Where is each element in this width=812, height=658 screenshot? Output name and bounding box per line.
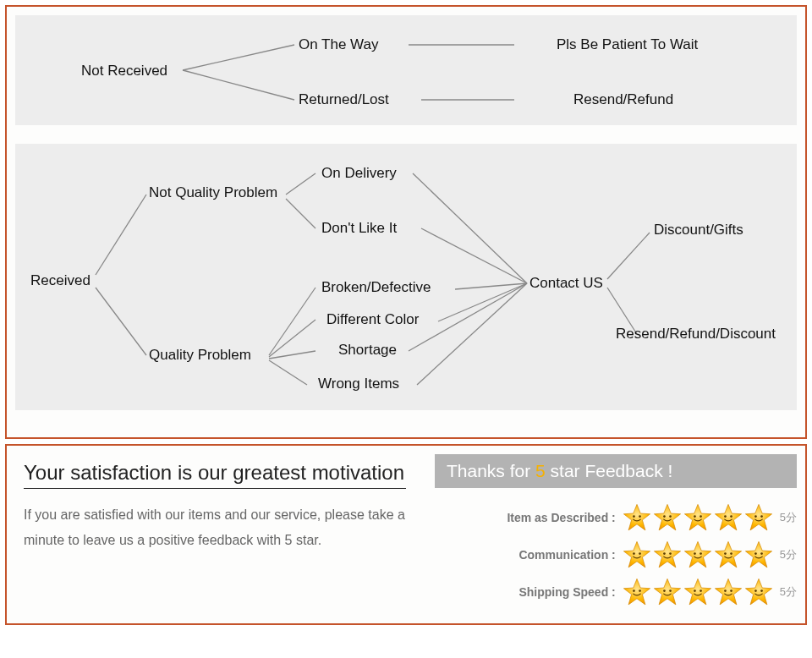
star-icon [683,540,712,569]
svg-line-15 [438,283,527,321]
svg-line-18 [607,233,650,279]
banner-text-pre: Thanks for [447,461,535,480]
svg-line-11 [269,360,307,385]
feedback-rating-block: Thanks for 5 star Feedback ! Item as Des… [435,454,797,615]
svg-point-31 [639,552,641,555]
node-group-b: Quality Problem [149,347,251,364]
star-icon [653,503,682,532]
svg-point-43 [669,589,672,592]
svg-point-34 [694,552,696,555]
svg-point-24 [694,515,696,518]
node-root: Received [30,272,91,289]
svg-line-6 [286,173,315,195]
star-icon [714,503,743,532]
svg-line-1 [183,70,294,100]
svg-point-49 [760,589,763,592]
node-root: Not Received [81,63,167,80]
rating-row: Shipping Speed : 5分 [435,578,797,606]
rating-row: Item as Described : 5分 [435,503,797,532]
svg-line-14 [455,283,527,289]
rating-score: 5分 [780,584,797,600]
svg-line-7 [286,199,315,228]
rating-stars [623,503,773,532]
rating-label: Shipping Speed : [497,585,616,599]
node-a-item: On Delivery [321,165,397,182]
star-icon [623,578,651,606]
svg-point-35 [700,552,702,555]
rating-label: Item as Described : [497,511,616,524]
svg-point-33 [669,552,672,555]
node-hub: Contact US [529,275,603,292]
svg-point-44 [694,589,696,592]
feedback-container: Your satisfaction is our greatest motiva… [5,444,807,625]
satisfaction-title: Your satisfaction is our greatest motiva… [24,461,406,489]
node-outcome-b: Resend/Refund/Discount [616,326,776,343]
node-b-item: Different Color [326,311,419,328]
node-b-item: Broken/Defective [321,279,431,296]
star-icon [653,540,682,569]
banner-star-count: 5 [535,461,546,480]
node-a-item: Don't Like It [321,220,397,237]
star-icon [714,540,743,569]
svg-line-0 [183,45,294,70]
svg-line-8 [269,288,315,355]
star-icon [683,578,712,606]
svg-point-48 [754,589,757,592]
svg-point-21 [639,515,641,518]
rating-stars [623,540,773,569]
svg-point-25 [700,515,702,518]
svg-point-41 [639,589,641,592]
rating-label: Communication : [497,548,616,562]
thanks-banner: Thanks for 5 star Feedback ! [435,454,797,488]
connector-lines [15,144,797,410]
svg-line-10 [269,351,315,359]
svg-point-47 [730,589,732,592]
svg-line-9 [269,320,315,357]
node-result-b: Resend/Refund [573,91,673,108]
rating-row: Communication : 5分 [435,540,797,569]
svg-point-30 [633,552,635,555]
svg-point-42 [663,589,666,592]
node-result-a: Pls Be Patient To Wait [557,36,698,53]
svg-line-5 [96,288,146,355]
banner-text-post: star Feedback ! [546,461,673,480]
svg-point-36 [724,552,727,555]
star-icon [653,578,682,606]
rating-score: 5分 [780,510,797,525]
svg-point-22 [663,515,666,518]
svg-point-28 [754,515,757,518]
node-branch-b: Returned/Lost [299,91,389,108]
svg-line-13 [421,228,527,283]
rating-score: 5分 [780,547,797,562]
svg-point-38 [754,552,757,555]
star-icon [623,503,651,532]
node-b-item: Wrong Items [318,376,399,392]
star-icon [623,540,651,569]
satisfaction-body: If you are satisfied with our items and … [24,502,406,554]
svg-line-17 [417,283,527,385]
star-icon [744,503,773,532]
star-icon [683,503,712,532]
svg-point-23 [669,515,672,518]
star-icon [744,578,773,606]
svg-point-32 [663,552,666,555]
svg-point-40 [633,589,635,592]
svg-line-12 [413,173,527,283]
svg-point-26 [724,515,727,518]
svg-point-37 [730,552,732,555]
star-icon [744,540,773,569]
node-group-a: Not Quality Problem [149,184,277,201]
svg-point-27 [730,515,732,518]
node-branch-a: On The Way [299,36,378,53]
node-outcome-a: Discount/Gifts [654,222,743,239]
svg-point-20 [633,515,635,518]
node-b-item: Shortage [338,342,397,359]
feedback-text-block: Your satisfaction is our greatest motiva… [15,454,409,554]
rating-stars [623,578,773,606]
not-received-diagram: Not Received On The Way Returned/Lost Pl… [15,15,797,125]
svg-point-29 [760,515,763,518]
svg-point-39 [760,552,763,555]
received-diagram: Received Not Quality Problem Quality Pro… [15,144,797,410]
svg-point-45 [700,589,702,592]
diagram-container: Not Received On The Way Returned/Lost Pl… [5,5,807,439]
